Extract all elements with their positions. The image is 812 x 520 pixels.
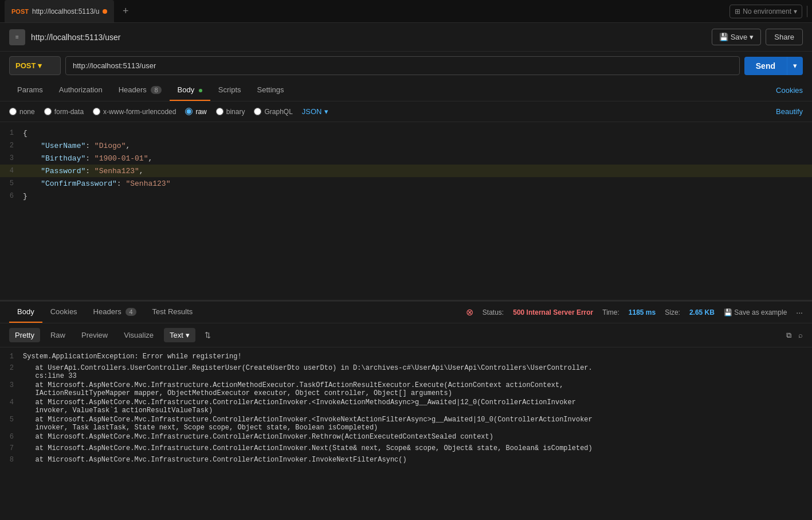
radio-raw[interactable] xyxy=(185,108,193,115)
code-scroll-area[interactable]: 1 { 2 "UserName": "Diogo", 3 "Birthday":… xyxy=(0,122,812,300)
code-line-1: 1 { xyxy=(0,127,812,139)
method-selector[interactable]: POST ▾ xyxy=(9,56,61,75)
text-label: Text xyxy=(170,331,183,339)
url-input[interactable] xyxy=(65,56,740,75)
tab-method: POST xyxy=(11,8,29,15)
body-label: Body xyxy=(178,85,195,94)
radio-binary[interactable] xyxy=(216,108,223,115)
tab-headers[interactable]: Headers 8 xyxy=(111,80,170,101)
body-options: none form-data x-www-form-urlencoded raw… xyxy=(0,101,812,122)
preview-label: Preview xyxy=(81,331,108,339)
tab-body[interactable]: Body xyxy=(170,80,210,101)
option-none[interactable]: none xyxy=(9,108,35,116)
share-button[interactable]: Share xyxy=(766,29,803,45)
radio-form-data[interactable] xyxy=(44,108,52,115)
fmt-preview[interactable]: Preview xyxy=(76,328,113,342)
active-tab[interactable]: POST http://localhost:5113/u xyxy=(5,0,114,22)
app-container: POST http://localhost:5113/u + ⊞ No envi… xyxy=(0,0,812,520)
method-label: POST xyxy=(15,61,36,70)
body-active-dot xyxy=(199,89,202,92)
app-logo: ≡ xyxy=(9,29,25,45)
search-icon[interactable]: ⌕ xyxy=(798,331,803,340)
tab-settings[interactable]: Settings xyxy=(249,80,292,101)
option-raw[interactable]: raw xyxy=(185,108,206,116)
line-num-4: 4 xyxy=(0,167,23,175)
resp-line-num-1: 1 xyxy=(0,353,23,363)
resp-test-label: Test Results xyxy=(152,307,193,316)
tab-modified-dot xyxy=(103,9,107,14)
resp-line-3: 3 at Microsoft.AspNetCore.Mvc.Infrastruc… xyxy=(0,381,812,398)
resp-line-content-2: at UserApi.Controllers.UserController.Re… xyxy=(23,364,812,380)
url-bar-area: ≡ http://localhost:5113/user 💾 Save ▾ Sh… xyxy=(0,23,812,52)
response-area: Body Cookies Headers 4 Test Results ⊗ St… xyxy=(0,302,812,520)
line-content-1: { xyxy=(23,129,812,138)
line-content-5: "ConfirmPassword": "Senha123" xyxy=(23,179,812,188)
code-line-5: 5 "ConfirmPassword": "Senha123" xyxy=(0,177,812,190)
resp-line-content-1: System.ApplicationException: Error while… xyxy=(23,353,812,363)
code-line-3: 3 "Birthday": "1900-01-01", xyxy=(0,152,812,165)
resp-line-content-3: at Microsoft.AspNetCore.Mvc.Infrastructu… xyxy=(23,381,812,397)
fmt-pretty[interactable]: Pretty xyxy=(9,328,40,342)
tab-params[interactable]: Params xyxy=(9,80,51,101)
send-button[interactable]: Send xyxy=(744,57,787,75)
radio-graphql[interactable] xyxy=(254,108,261,115)
cookies-link[interactable]: Cookies xyxy=(776,86,803,95)
save-icon: 💾 xyxy=(719,33,728,41)
response-content[interactable]: 1 System.ApplicationException: Error whi… xyxy=(0,347,812,520)
option-form-data[interactable]: form-data xyxy=(44,108,84,116)
radio-none[interactable] xyxy=(9,108,17,115)
resp-tab-body[interactable]: Body xyxy=(9,302,42,323)
environment-selector[interactable]: ⊞ No environment ▾ xyxy=(729,5,802,18)
resp-line-num-8: 8 xyxy=(0,456,23,466)
tab-scripts[interactable]: Scripts xyxy=(210,80,249,101)
option-x-www-form[interactable]: x-www-form-urlencoded xyxy=(93,108,176,116)
resp-tab-cookies[interactable]: Cookies xyxy=(42,302,85,323)
option-binary[interactable]: binary xyxy=(216,108,245,116)
settings-label: Settings xyxy=(257,85,284,94)
save-button[interactable]: 💾 Save ▾ xyxy=(712,29,762,45)
more-options-button[interactable]: ··· xyxy=(796,308,803,317)
resp-line-content-8: at Microsoft.AspNetCore.Mvc.Infrastructu… xyxy=(23,456,812,466)
resp-headers-label: Headers xyxy=(93,307,121,316)
resp-line-num-3: 3 xyxy=(0,381,23,397)
resp-line-num-2: 2 xyxy=(0,364,23,380)
time-label: Time: xyxy=(602,308,619,316)
url-bar-actions: 💾 Save ▾ Share xyxy=(712,29,803,45)
resp-line-1: 1 System.ApplicationException: Error whi… xyxy=(0,352,812,363)
json-label: JSON xyxy=(302,107,322,116)
new-tab-button[interactable]: + xyxy=(119,5,132,18)
send-dropdown-button[interactable]: ▾ xyxy=(787,57,803,75)
time-value: 1185 ms xyxy=(629,308,656,316)
radio-x-www[interactable] xyxy=(93,108,100,115)
logo-symbol: ≡ xyxy=(15,34,19,40)
json-type-selector[interactable]: JSON ▾ xyxy=(302,107,328,116)
resp-line-content-5: at Microsoft.AspNetCore.Mvc.Infrastructu… xyxy=(23,416,812,432)
line-content-3: "Birthday": "1900-01-01", xyxy=(23,154,812,163)
copy-icon[interactable]: ⧉ xyxy=(786,331,791,340)
tab-authorization[interactable]: Authorization xyxy=(51,80,111,101)
filter-icon[interactable]: ⇅ xyxy=(205,331,211,339)
code-editor: 1 { 2 "UserName": "Diogo", 3 "Birthday":… xyxy=(0,122,812,300)
pretty-label: Pretty xyxy=(15,331,34,339)
beautify-button[interactable]: Beautify xyxy=(776,107,803,116)
save-chevron-icon: ▾ xyxy=(750,33,754,41)
resp-line-6: 6 at Microsoft.AspNetCore.Mvc.Infrastruc… xyxy=(0,432,812,444)
line-num-6: 6 xyxy=(0,192,23,200)
option-graphql[interactable]: GraphQL xyxy=(254,108,292,116)
resp-headers-badge: 4 xyxy=(125,308,136,316)
resp-line-8: 8 at Microsoft.AspNetCore.Mvc.Infrastruc… xyxy=(0,455,812,467)
resp-tab-headers[interactable]: Headers 4 xyxy=(85,302,144,323)
save-example-button[interactable]: 💾 Save as example xyxy=(724,308,787,316)
size-label: Size: xyxy=(665,308,680,316)
fmt-visualize[interactable]: Visualize xyxy=(118,328,159,342)
send-button-group: Send ▾ xyxy=(744,57,803,75)
text-format-selector[interactable]: Text ▾ xyxy=(164,328,195,342)
fmt-raw[interactable]: Raw xyxy=(45,328,71,342)
resp-tab-test-results[interactable]: Test Results xyxy=(144,302,201,323)
resp-line-content-7: at Microsoft.AspNetCore.Mvc.Infrastructu… xyxy=(23,444,812,455)
line-content-6: } xyxy=(23,192,812,201)
request-tabs: Params Authorization Headers 8 Body Scri… xyxy=(0,80,812,101)
json-chevron-icon: ▾ xyxy=(324,107,328,116)
env-label: No environment xyxy=(743,7,791,15)
code-line-6: 6 } xyxy=(0,190,812,202)
